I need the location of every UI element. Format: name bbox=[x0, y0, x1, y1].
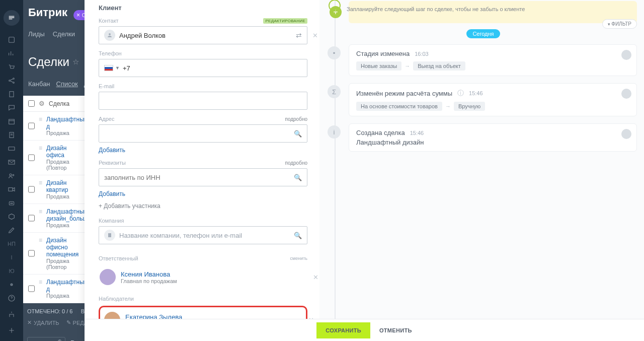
email-field[interactable] bbox=[99, 92, 307, 110]
deal-name[interactable]: Дизайн офисно помещения bbox=[46, 237, 86, 258]
deal-checkbox[interactable] bbox=[28, 279, 35, 299]
phone-input[interactable] bbox=[130, 64, 302, 72]
phone-field[interactable]: ▼ +7 bbox=[99, 59, 307, 77]
select-all-checkbox[interactable] bbox=[28, 100, 35, 107]
nav-video-icon[interactable] bbox=[3, 183, 21, 195]
nav-page-icon[interactable] bbox=[3, 129, 21, 142]
nav-doc-icon[interactable] bbox=[3, 88, 21, 101]
nav-cart-icon[interactable] bbox=[3, 61, 21, 74]
deal-row[interactable]: ≡Ландшафтный дизайн_большоПродажа bbox=[23, 204, 89, 233]
nav-txt-1[interactable]: I bbox=[3, 251, 21, 263]
contact-field[interactable]: Андрей Волков ⇄ ✕ bbox=[99, 26, 307, 44]
deal-name[interactable]: Ландшафтный д bbox=[46, 279, 88, 293]
event-card[interactable]: Изменён режим расчёта суммы ⓘ15:46На осн… bbox=[349, 83, 637, 116]
deal-row[interactable]: ≡Дизайн офисаПродажа (Повтор bbox=[23, 141, 89, 175]
add-icon[interactable] bbox=[3, 324, 21, 337]
deal-name[interactable]: Дизайн квартир bbox=[46, 179, 86, 193]
star-icon[interactable]: ☆ bbox=[72, 57, 79, 66]
flag-ru-icon[interactable] bbox=[104, 65, 113, 71]
plan-card[interactable]: + Запланируйте следующий шаг по сделке, … bbox=[349, 1, 637, 23]
nav-pen-icon[interactable] bbox=[3, 224, 21, 236]
event-card[interactable]: Стадия изменена16:03Новые заказы→Выезд н… bbox=[349, 44, 637, 76]
deal-checkbox[interactable] bbox=[28, 237, 35, 270]
drag-icon[interactable]: ≡ bbox=[39, 237, 42, 270]
tab-deals[interactable]: Сделки bbox=[53, 30, 75, 38]
nav-share-icon[interactable] bbox=[3, 75, 21, 87]
gear-icon[interactable]: ⚙ bbox=[39, 100, 45, 107]
change-resp[interactable]: сменить bbox=[290, 256, 307, 261]
deal-name[interactable]: Дизайн офиса bbox=[46, 145, 86, 159]
deal-list: ⚙ Сделка ≡Ландшафтный дПродажа≡Дизайн оф… bbox=[23, 96, 89, 303]
nav-cal-icon[interactable] bbox=[3, 115, 21, 128]
address-field[interactable]: 🔍 bbox=[99, 124, 307, 143]
drag-icon[interactable]: ≡ bbox=[39, 145, 42, 171]
add-address[interactable]: Добавить bbox=[99, 147, 125, 154]
selection-bar: ОТМЕЧЕНО: 0 / 6 В ✕ УДАЛИТЬ ✎ РЕДАК bbox=[23, 303, 89, 331]
delete-action[interactable]: ✕ УДАЛИТЬ bbox=[27, 319, 59, 326]
deal-row[interactable]: ≡Дизайн офисно помещенияПродажа (Повтор bbox=[23, 233, 89, 275]
search-icon[interactable]: 🔍 bbox=[294, 174, 302, 181]
nav-mail-icon[interactable] bbox=[3, 156, 21, 168]
event-card[interactable]: Создана сделка15:46Ландшафтный дизайн bbox=[349, 123, 637, 152]
nav-chat-icon[interactable] bbox=[3, 102, 21, 114]
search-icon[interactable]: 🔍 bbox=[294, 130, 302, 138]
drag-icon[interactable]: ≡ bbox=[39, 116, 42, 136]
logo-icon[interactable] bbox=[4, 10, 20, 26]
deal-checkbox[interactable] bbox=[28, 145, 35, 171]
avatar bbox=[621, 50, 631, 60]
deal-checkbox[interactable] bbox=[28, 179, 35, 199]
deal-name[interactable]: Ландшафтный д bbox=[46, 116, 88, 130]
responsible-person[interactable]: Ксения ИвановаГлавная по продажам ✕ bbox=[99, 265, 307, 289]
nav-box-icon[interactable] bbox=[3, 210, 21, 223]
search-icon[interactable]: 🔍 bbox=[294, 232, 302, 239]
subtab-list[interactable]: Список bbox=[56, 80, 78, 88]
plan-subtitle: Запланируйте следующий шаг по сделке, чт… bbox=[347, 6, 525, 12]
event-tag: Вручную bbox=[454, 102, 485, 111]
nav-chart-icon[interactable] bbox=[3, 47, 21, 60]
nav-card-icon[interactable] bbox=[3, 142, 21, 155]
subtab-kanban[interactable]: Канбан bbox=[28, 80, 50, 88]
add-req[interactable]: Добавить bbox=[99, 190, 125, 197]
nav-dot-icon[interactable] bbox=[3, 278, 21, 291]
company-input[interactable] bbox=[119, 232, 294, 239]
chevron-down-icon[interactable]: ▼ bbox=[115, 65, 120, 71]
b24-chip[interactable]: Битрикс24© bbox=[27, 337, 65, 341]
swap-icon[interactable]: ⇄ bbox=[296, 31, 302, 39]
address-input[interactable] bbox=[104, 130, 294, 138]
resp-label: Ответственный bbox=[99, 255, 138, 261]
remove-contact-icon[interactable]: ✕ bbox=[312, 32, 318, 39]
deal-row[interactable]: ≡Ландшафтный дПродажа bbox=[23, 112, 89, 141]
deal-row[interactable]: ≡Ландшафтный дПродажа bbox=[23, 275, 89, 303]
help-icon[interactable] bbox=[3, 292, 21, 305]
resp-name[interactable]: Ксения Иванова bbox=[121, 270, 177, 278]
drag-icon[interactable]: ≡ bbox=[39, 179, 42, 199]
ring-icon bbox=[329, 0, 341, 12]
drag-icon[interactable]: ≡ bbox=[39, 208, 42, 228]
nav-txt-2[interactable]: Ю bbox=[3, 264, 21, 277]
remove-resp-icon[interactable]: ✕ bbox=[313, 274, 318, 281]
req-more[interactable]: подробно bbox=[285, 160, 307, 166]
sitemap-icon[interactable] bbox=[3, 308, 21, 321]
nav-users-icon[interactable] bbox=[3, 169, 21, 182]
tab-leads[interactable]: Лиды bbox=[28, 30, 45, 38]
drag-icon[interactable]: ≡ bbox=[39, 279, 42, 299]
filter-button[interactable]: ФИЛЬТР bbox=[602, 19, 637, 29]
save-button[interactable]: СОХРАНИТЬ bbox=[316, 322, 370, 338]
deal-checkbox[interactable] bbox=[28, 116, 35, 136]
company-label: Компания bbox=[99, 218, 307, 224]
nav-feed-icon[interactable] bbox=[3, 34, 21, 46]
deal-checkbox[interactable] bbox=[28, 208, 35, 228]
address-more[interactable]: подробно bbox=[285, 116, 307, 122]
email-input[interactable] bbox=[104, 97, 302, 105]
company-field[interactable]: 🔍 bbox=[99, 226, 307, 244]
add-participant[interactable]: + Добавить участника bbox=[99, 202, 307, 210]
avatar bbox=[621, 129, 631, 139]
cancel-button[interactable]: ОТМЕНИТЬ bbox=[379, 327, 412, 333]
nav-bot-icon[interactable] bbox=[3, 196, 21, 209]
for-all: В bbox=[81, 308, 85, 314]
nav-txt-0[interactable]: НП bbox=[3, 237, 21, 250]
req-input[interactable] bbox=[104, 174, 294, 181]
deal-row[interactable]: ≡Дизайн квартирПродажа bbox=[23, 175, 89, 204]
arrow-icon: → bbox=[445, 103, 451, 109]
req-field[interactable]: 🔍 bbox=[99, 168, 307, 186]
